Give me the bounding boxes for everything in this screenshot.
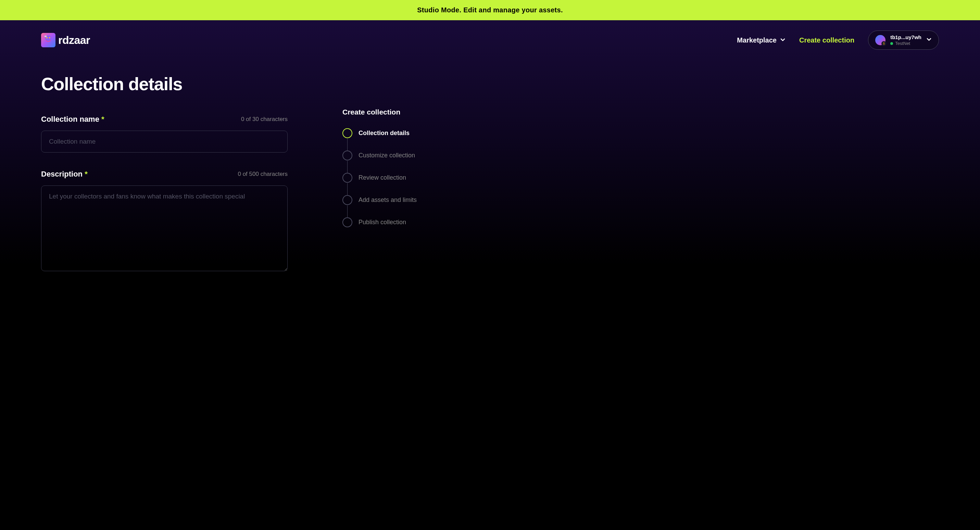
nav-create-collection-label: Create collection: [799, 36, 854, 44]
avatar-badge-icon: $: [881, 41, 886, 46]
step-circle-icon: [342, 173, 352, 183]
step-review-collection[interactable]: Review collection: [342, 173, 438, 195]
account-info: tb1p...uy7wh TestNet: [890, 34, 921, 46]
logo-icon: [41, 33, 56, 47]
step-label: Collection details: [358, 129, 409, 137]
main-container: Collection details Collection name * 0 o…: [0, 60, 980, 303]
step-circle-icon: [342, 195, 352, 205]
account-network: TestNet: [890, 41, 921, 46]
step-label: Customize collection: [358, 152, 415, 159]
account-address: tb1p...uy7wh: [890, 34, 921, 40]
required-indicator: *: [101, 115, 105, 123]
network-status-dot-icon: [890, 42, 893, 45]
step-circle-icon: [342, 128, 352, 138]
sidebar-title: Create collection: [342, 108, 438, 116]
svg-point-2: [49, 37, 50, 38]
description-group: Description * 0 of 500 characters: [41, 170, 288, 273]
logo[interactable]: rdzaar: [41, 33, 90, 47]
step-label: Publish collection: [358, 219, 406, 226]
step-customize-collection[interactable]: Customize collection: [342, 150, 438, 173]
svg-point-1: [46, 37, 48, 38]
step-publish-collection[interactable]: Publish collection: [342, 217, 438, 227]
description-label-text: Description: [41, 170, 83, 178]
name-label-row: Collection name * 0 of 30 characters: [41, 115, 288, 124]
description-label: Description *: [41, 170, 88, 179]
description-textarea[interactable]: [41, 185, 288, 271]
network-label: TestNet: [895, 41, 910, 46]
form-section: Collection details Collection name * 0 o…: [41, 74, 288, 290]
main-nav: Marketplace Create collection $ tb1p...u…: [737, 30, 939, 50]
page-title: Collection details: [41, 74, 288, 94]
description-label-row: Description * 0 of 500 characters: [41, 170, 288, 179]
svg-rect-3: [45, 36, 46, 37]
nav-marketplace-label: Marketplace: [737, 36, 776, 44]
avatar: $: [875, 35, 886, 45]
collection-name-input[interactable]: [41, 131, 288, 153]
required-indicator: *: [84, 170, 88, 178]
name-label-text: Collection name: [41, 115, 99, 123]
chevron-down-icon: [926, 37, 932, 43]
main-header: rdzaar Marketplace Create collection $ t…: [0, 20, 980, 60]
account-button[interactable]: $ tb1p...uy7wh TestNet: [868, 30, 939, 50]
logo-text: rdzaar: [58, 34, 90, 46]
banner-text: Studio Mode. Edit and manage your assets…: [417, 6, 563, 14]
step-collection-details[interactable]: Collection details: [342, 128, 438, 150]
step-label: Add assets and limits: [358, 196, 417, 204]
description-char-count: 0 of 500 characters: [238, 171, 288, 177]
step-circle-icon: [342, 150, 352, 160]
collection-name-label: Collection name *: [41, 115, 105, 124]
step-circle-icon: [342, 217, 352, 227]
nav-marketplace[interactable]: Marketplace: [737, 36, 786, 44]
name-char-count: 0 of 30 characters: [241, 116, 288, 123]
nav-create-collection[interactable]: Create collection: [799, 36, 854, 44]
steps-sidebar: Create collection Collection details Cus…: [342, 74, 438, 290]
step-label: Review collection: [358, 174, 406, 181]
collection-name-group: Collection name * 0 of 30 characters: [41, 115, 288, 153]
studio-mode-banner: Studio Mode. Edit and manage your assets…: [0, 0, 980, 20]
step-add-assets[interactable]: Add assets and limits: [342, 195, 438, 217]
steps-list: Collection details Customize collection …: [342, 128, 438, 227]
chevron-down-icon: [780, 36, 786, 44]
